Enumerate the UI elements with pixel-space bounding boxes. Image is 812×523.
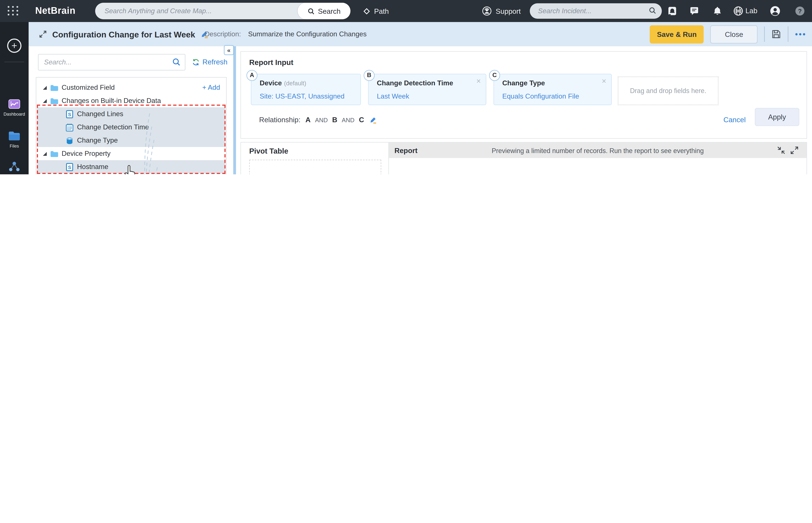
user-avatar-icon[interactable]	[770, 5, 781, 17]
rail-item-dashboard[interactable]: Dashboard	[0, 97, 29, 117]
svg-text:S: S	[68, 112, 71, 117]
pivot-table-title: Pivot Table	[249, 147, 288, 155]
tree-item-hostname[interactable]: SHostname	[37, 160, 226, 174]
divider	[764, 26, 765, 42]
help-icon[interactable]: ?	[794, 5, 806, 17]
report-input-cards: ADevice(default)Site: US-EAST, Unassigne…	[251, 74, 612, 105]
relationship-label: Relationship:	[259, 115, 300, 124]
expand-triangle-icon[interactable]	[43, 86, 47, 90]
collapse-report-icon[interactable]	[777, 146, 786, 155]
nav-support-label: Support	[496, 7, 521, 15]
card-value-link[interactable]: Last Week	[377, 92, 409, 100]
relationship-row: Relationship: AANDBANDC	[259, 115, 377, 124]
relationship-expression: AANDBANDC	[305, 115, 364, 124]
add-new-button[interactable]: +	[7, 38, 21, 53]
relationship-operand: C	[359, 115, 364, 124]
relationship-operator: AND	[315, 116, 328, 123]
card-badge: C	[489, 70, 500, 81]
search-icon	[172, 58, 181, 66]
svg-text:S: S	[68, 164, 71, 169]
refresh-button[interactable]: Refresh	[192, 58, 228, 66]
add-field-button[interactable]: + Add	[202, 84, 220, 91]
tree-item-label: Customized Field	[62, 84, 115, 91]
description-label: Description:	[205, 30, 241, 38]
rail-item-label: Files	[0, 144, 29, 149]
input-card-a[interactable]: ADevice(default)Site: US-EAST, Unassigne…	[251, 74, 361, 105]
tree-item-changed-lines[interactable]: SChanged Lines	[37, 107, 226, 121]
relationship-operand: A	[305, 115, 310, 124]
report-title-bar: Configuration Change for Last Week Descr…	[29, 22, 812, 46]
report-input-drop-zone[interactable]: Drag and drop fields here.	[618, 76, 718, 105]
cancel-button[interactable]: Cancel	[723, 115, 745, 124]
incident-search-placeholder: Search Incident...	[538, 3, 591, 19]
rail-item-files[interactable]: Files	[0, 129, 29, 149]
input-card-b[interactable]: BChange Detection Time×Last Week	[368, 74, 486, 105]
divider	[4, 62, 24, 62]
tree-item-label: Change Detection Time	[77, 123, 149, 131]
globe-icon[interactable]	[733, 5, 744, 17]
folder-icon	[50, 149, 58, 158]
database-icon	[65, 136, 74, 145]
report-title: Report	[394, 146, 418, 155]
input-card-c[interactable]: CChange Type×Equals Configuration File	[493, 74, 612, 105]
save-and-run-button[interactable]: Save & Run	[650, 25, 704, 43]
card-title: Change Type	[502, 79, 545, 87]
report-preview-panel: Report Previewing a limited number of re…	[389, 142, 807, 174]
site-icon	[8, 160, 21, 174]
expand-triangle-icon[interactable]	[43, 152, 47, 156]
more-options-button[interactable]: •••	[795, 25, 807, 43]
nav-support[interactable]: Support	[482, 0, 521, 22]
relationship-operand: B	[332, 115, 337, 124]
card-value-link[interactable]: Site: US-EAST, Unassigned	[260, 92, 344, 100]
global-search-input[interactable]: Search Anything and Create Map... Search	[95, 3, 351, 19]
tree-item-customized-field[interactable]: Customized Field+ Add	[37, 81, 226, 94]
incident-search-input[interactable]: Search Incident...	[530, 3, 662, 19]
tree-item-management-ip[interactable]: IPManagement IP	[37, 174, 226, 174]
pivot-drop-zone[interactable]: Drag and drop fields here.	[249, 160, 381, 174]
close-button[interactable]: Close	[711, 25, 758, 43]
tree-item-label: Device Property	[62, 150, 111, 158]
search-icon	[648, 6, 656, 14]
alarm-panel-icon[interactable]	[667, 5, 678, 17]
tree-search-input[interactable]: Search...	[38, 54, 185, 70]
fields-tree-panel: Search... Refresh Customized Field+ AddC…	[29, 46, 237, 174]
expand-report-icon[interactable]	[790, 146, 799, 155]
report-input-title: Report Input	[249, 58, 294, 67]
collapse-panel-button[interactable]: «	[224, 45, 234, 55]
lab-label[interactable]: Lab	[745, 0, 757, 22]
tree-item-changes-on-built-in-device-data[interactable]: Changes on Built-in Device Data	[37, 94, 226, 107]
close-icon[interactable]: ×	[476, 76, 481, 85]
tree-item-label: Change Type	[77, 137, 118, 144]
apply-button[interactable]: Apply	[755, 108, 799, 126]
tree-item-change-type[interactable]: Change Type	[37, 134, 226, 147]
card-value-link[interactable]: Equals Configuration File	[502, 92, 579, 100]
rail-item-site[interactable]: Site	[0, 160, 29, 174]
search-button-label: Search	[318, 7, 341, 15]
card-title: Device	[260, 79, 282, 87]
panel-splitter[interactable]	[233, 46, 236, 174]
support-headset-icon	[482, 6, 492, 16]
relationship-operator: AND	[342, 116, 355, 123]
app-launcher-grid-icon[interactable]	[8, 6, 19, 16]
netbrain-logo: NetBrain	[35, 0, 76, 22]
edit-pencil-icon[interactable]	[369, 116, 377, 124]
string-icon: S	[65, 110, 74, 118]
refresh-label: Refresh	[203, 58, 228, 66]
card-title: Change Detection Time	[377, 79, 453, 87]
nav-path-label: Path	[374, 7, 389, 15]
folder-icon	[50, 97, 58, 105]
dashboard-icon	[8, 97, 21, 111]
expand-triangle-icon[interactable]	[43, 99, 47, 103]
save-disk-icon[interactable]	[772, 29, 781, 39]
tree-item-label: Changed Lines	[77, 110, 123, 118]
tree-item-change-detection-time[interactable]: Change Detection Time	[37, 121, 226, 134]
expand-window-icon[interactable]	[38, 30, 47, 38]
card-badge: B	[364, 70, 375, 81]
nav-path[interactable]: Path	[363, 0, 389, 22]
tree-item-device-property[interactable]: Device Property	[37, 147, 226, 160]
close-icon[interactable]: ×	[602, 76, 606, 85]
notification-bell-icon[interactable]	[712, 5, 723, 17]
fields-tree: Customized Field+ AddChanges on Built-in…	[36, 77, 227, 174]
search-button[interactable]: Search	[298, 3, 351, 19]
message-bubble-icon[interactable]	[689, 5, 700, 17]
